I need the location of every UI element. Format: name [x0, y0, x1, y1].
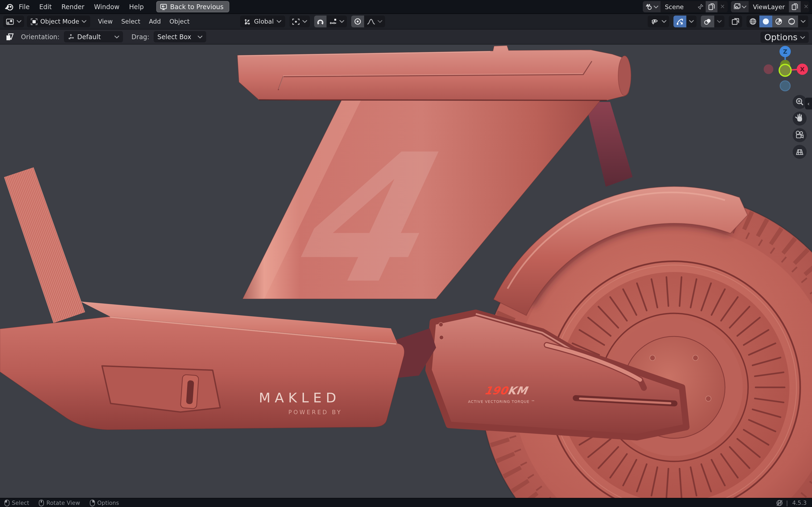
status-hint-label: Options [97, 500, 119, 506]
object-mode-icon [31, 18, 38, 25]
status-hint-label: Rotate View [46, 500, 80, 506]
editor-type-3d-viewport-icon [6, 18, 14, 25]
snap-toggle[interactable] [314, 15, 326, 27]
chevron-down-icon [742, 5, 747, 8]
duplicate-icon [792, 3, 798, 10]
editor-type-button[interactable] [3, 15, 24, 27]
pivot-point-dropdown[interactable] [289, 15, 310, 27]
snap-settings-dropdown[interactable] [326, 15, 347, 27]
view-layer-name[interactable]: ViewLayer [749, 1, 789, 12]
proportional-editing-toggle[interactable] [351, 15, 364, 27]
orientation-setting-value: Default [77, 33, 112, 41]
shading-solid-icon [762, 18, 770, 25]
brand-sub-decal: POWERED BY [288, 409, 342, 415]
proportional-editing-group [351, 15, 385, 27]
perspective-grid-icon[interactable] [793, 145, 807, 159]
toggle-xray-button[interactable] [729, 15, 742, 27]
status-hint-rotate-view: Rotate View [39, 499, 80, 506]
left-mouse-icon [4, 499, 10, 506]
show-gizmo-toggle[interactable] [673, 15, 686, 27]
camera-view-icon[interactable] [793, 128, 807, 142]
zoom-icon[interactable] [793, 95, 807, 109]
shading-rendered-button[interactable] [785, 15, 798, 27]
3d-viewport[interactable]: 190KM ACTIVE VECTORING TORQUE ™ 4 [0, 45, 812, 498]
pin-icon[interactable] [696, 1, 706, 12]
gizmo-group [673, 15, 697, 27]
menu-file[interactable]: File [14, 0, 34, 14]
top-menu-bar: File Edit Render Window Help Back to Pre… [0, 0, 812, 14]
orientation-setting-dropdown[interactable]: Default [64, 31, 123, 42]
menu-window[interactable]: Window [89, 0, 124, 14]
overlays-settings-dropdown[interactable] [714, 15, 724, 27]
back-to-previous-button[interactable]: Back to Previous [156, 1, 230, 12]
menu-render[interactable]: Render [57, 0, 89, 14]
viewport-menu-view[interactable]: View [94, 14, 117, 29]
range-value-text: 190 [484, 384, 510, 397]
scene-icon [645, 3, 653, 10]
snap-magnet-icon [317, 18, 323, 25]
shading-material-button[interactable] [772, 15, 785, 27]
chevron-down-icon [717, 20, 722, 23]
remove-view-layer-button: ✕ [801, 1, 809, 12]
viewport-menu-select[interactable]: Select [117, 14, 145, 29]
overlays-group [701, 15, 724, 27]
deck-inset-panel [102, 366, 220, 412]
menu-edit[interactable]: Edit [34, 0, 57, 14]
viewport-menu-add[interactable]: Add [145, 14, 165, 29]
scene-selector[interactable]: Scene ✕ [643, 1, 728, 12]
pan-hand-icon[interactable] [793, 112, 807, 125]
drag-setting-label: Drag: [132, 33, 149, 41]
mode-label: Object Mode [40, 18, 79, 25]
gizmo-axis-minus-x[interactable] [764, 64, 773, 74]
blender-logo-icon[interactable] [4, 3, 14, 10]
drag-setting-dropdown[interactable]: Select Box [154, 31, 206, 42]
viewport-header: Object Mode View Select Add Object Globa… [0, 14, 812, 30]
shading-wireframe-icon [749, 18, 757, 25]
tagline-decal: ACTIVE VECTORING TORQUE ™ [468, 399, 535, 404]
shading-settings-dropdown[interactable] [798, 15, 808, 27]
duplicate-icon [708, 3, 715, 10]
middle-mouse-icon [39, 499, 44, 506]
shading-material-icon [775, 18, 782, 25]
scene-name[interactable]: Scene [661, 1, 696, 12]
chevron-down-icon [377, 20, 382, 23]
sidebar-collapse-tab[interactable]: ‹ [805, 98, 812, 109]
select-box-tool-icon[interactable] [5, 33, 14, 41]
viewport-options-dropdown[interactable]: Options [761, 32, 809, 43]
gizmo-settings-dropdown[interactable] [686, 15, 697, 27]
new-scene-button[interactable] [706, 1, 717, 12]
chevron-down-icon [302, 20, 307, 23]
show-overlays-toggle[interactable] [701, 15, 714, 27]
range-unit-text: KM [507, 384, 529, 397]
globe-offline-icon[interactable] [776, 499, 783, 506]
chevron-down-icon [339, 20, 344, 23]
tool-settings-bar: Orientation: Default Drag: Select Box [0, 30, 812, 45]
mode-dropdown[interactable]: Object Mode [27, 15, 91, 27]
new-view-layer-button[interactable] [789, 1, 801, 12]
drag-setting-value: Select Box [157, 33, 195, 41]
status-hint-options: Options [90, 499, 119, 506]
shading-mode-group [747, 15, 808, 27]
pivot-point-icon [292, 18, 299, 25]
chevron-down-icon [198, 35, 202, 38]
viewport-menu-object[interactable]: Object [165, 14, 194, 29]
gizmo-axis-minus-z[interactable] [780, 81, 790, 91]
chevron-down-icon [662, 20, 666, 23]
chevron-down-icon [114, 35, 119, 38]
gizmo-axis-y[interactable] [779, 64, 791, 76]
scene-browse-button[interactable] [643, 1, 661, 12]
xray-icon [731, 18, 740, 25]
status-hint-select: Select [4, 499, 29, 506]
view-layer-browse-button[interactable] [731, 1, 749, 12]
menu-help[interactable]: Help [124, 0, 149, 14]
shading-wireframe-button[interactable] [747, 15, 759, 27]
object-visibility-dropdown[interactable] [648, 15, 669, 27]
orientation-setting-label: Orientation: [21, 33, 60, 41]
view-layer-icon [733, 3, 741, 10]
chevron-down-icon [17, 20, 21, 23]
proportional-falloff-dropdown[interactable] [364, 15, 385, 27]
view-layer-selector[interactable]: ViewLayer ✕ [731, 1, 809, 12]
shading-solid-button[interactable] [759, 15, 772, 27]
transform-orientation-dropdown[interactable]: Global [240, 15, 285, 27]
chevron-down-icon [801, 20, 806, 23]
